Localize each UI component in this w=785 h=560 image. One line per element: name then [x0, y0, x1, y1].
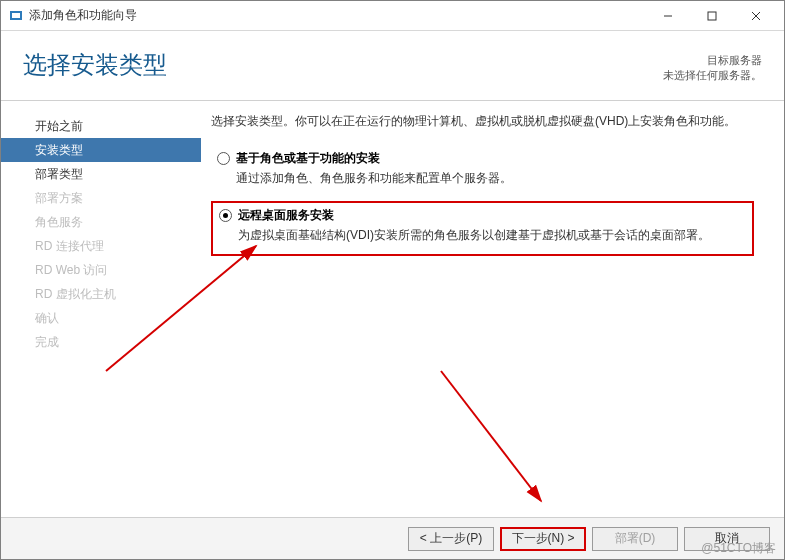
step-sidebar: 开始之前安装类型部署类型部署方案角色服务RD 连接代理RD Web 访问RD 虚… [1, 102, 201, 517]
body: 开始之前安装类型部署类型部署方案角色服务RD 连接代理RD Web 访问RD 虚… [1, 102, 784, 517]
svg-rect-3 [708, 12, 716, 20]
window-title: 添加角色和功能向导 [29, 7, 646, 24]
wizard-window: 添加角色和功能向导 选择安装类型 目标服务器 未选择任何服务器。 开始之前安装类… [0, 0, 785, 560]
destination-label: 目标服务器 [663, 53, 762, 68]
instruction-text: 选择安装类型。你可以在正在运行的物理计算机、虚拟机或脱机虚拟硬盘(VHD)上安装… [211, 112, 754, 130]
install-option-1[interactable]: 远程桌面服务安装为虚拟桌面基础结构(VDI)安装所需的角色服务以创建基于虚拟机或… [211, 201, 754, 256]
maximize-button[interactable] [690, 2, 734, 30]
content-area: 选择安装类型。你可以在正在运行的物理计算机、虚拟机或脱机虚拟硬盘(VHD)上安装… [201, 102, 784, 517]
sidebar-step-8: 确认 [1, 306, 201, 330]
sidebar-step-4: 角色服务 [1, 210, 201, 234]
footer: < 上一步(P) 下一步(N) > 部署(D) 取消 [1, 517, 784, 559]
option-desc: 通过添加角色、角色服务和功能来配置单个服务器。 [236, 169, 748, 187]
install-type-options: 基于角色或基于功能的安装通过添加角色、角色服务和功能来配置单个服务器。远程桌面服… [211, 146, 754, 256]
sidebar-step-0[interactable]: 开始之前 [1, 114, 201, 138]
window-controls [646, 2, 778, 30]
watermark: @51CTO博客 [701, 540, 776, 557]
next-button[interactable]: 下一步(N) > [500, 527, 586, 551]
install-option-0[interactable]: 基于角色或基于功能的安装通过添加角色、角色服务和功能来配置单个服务器。 [211, 146, 754, 197]
svg-rect-1 [12, 13, 20, 18]
destination-value: 未选择任何服务器。 [663, 68, 762, 83]
sidebar-step-7: RD 虚拟化主机 [1, 282, 201, 306]
close-button[interactable] [734, 2, 778, 30]
header: 选择安装类型 目标服务器 未选择任何服务器。 [1, 31, 784, 101]
option-desc: 为虚拟桌面基础结构(VDI)安装所需的角色服务以创建基于虚拟机或基于会话的桌面部… [238, 226, 746, 244]
minimize-button[interactable] [646, 2, 690, 30]
prev-button[interactable]: < 上一步(P) [408, 527, 494, 551]
option-title: 远程桌面服务安装 [238, 207, 334, 224]
option-title: 基于角色或基于功能的安装 [236, 150, 380, 167]
sidebar-step-6: RD Web 访问 [1, 258, 201, 282]
page-heading: 选择安装类型 [23, 49, 167, 81]
sidebar-step-3: 部署方案 [1, 186, 201, 210]
sidebar-step-5: RD 连接代理 [1, 234, 201, 258]
sidebar-step-9: 完成 [1, 330, 201, 354]
sidebar-step-2[interactable]: 部署类型 [1, 162, 201, 186]
app-icon [9, 9, 23, 23]
deploy-button[interactable]: 部署(D) [592, 527, 678, 551]
sidebar-step-1[interactable]: 安装类型 [1, 138, 201, 162]
radio-icon[interactable] [217, 152, 230, 165]
destination-info: 目标服务器 未选择任何服务器。 [663, 53, 762, 84]
titlebar: 添加角色和功能向导 [1, 1, 784, 31]
radio-icon[interactable] [219, 209, 232, 222]
